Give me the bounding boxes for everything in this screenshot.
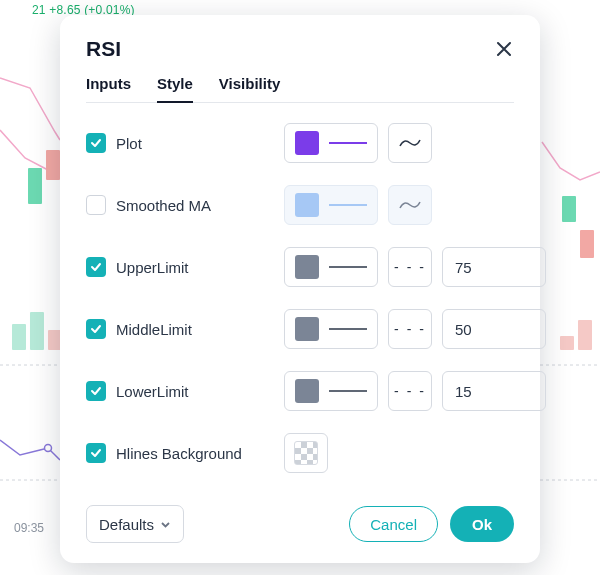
ok-button[interactable]: Ok <box>450 506 514 542</box>
plot-label: Plot <box>116 135 142 152</box>
middle-color-swatch <box>295 317 319 341</box>
plot-line-style-picker[interactable] <box>388 123 432 163</box>
smoothed-ma-checkbox[interactable] <box>86 195 106 215</box>
middle-limit-checkbox[interactable] <box>86 319 106 339</box>
smoothed-color-swatch <box>295 193 319 217</box>
smoothed-color-line-picker[interactable] <box>284 185 378 225</box>
middle-color-line-picker[interactable] <box>284 309 378 349</box>
transparency-checker-icon <box>294 441 318 465</box>
smoothed-line-preview <box>329 200 367 210</box>
plot-color-swatch <box>295 131 319 155</box>
hlines-background-label: Hlines Background <box>116 445 242 462</box>
hlines-background-color-picker[interactable] <box>284 433 328 473</box>
row-smoothed-ma: Smoothed MA <box>86 181 514 229</box>
tab-style[interactable]: Style <box>157 75 193 102</box>
row-middle-limit: MiddleLimit - - - 50 <box>86 305 514 353</box>
plot-checkbox[interactable] <box>86 133 106 153</box>
row-upper-limit: UpperLimit - - - 75 <box>86 243 514 291</box>
smoothed-line-style-picker[interactable] <box>388 185 432 225</box>
indicator-settings-dialog: RSI Inputs Style Visibility Plot <box>60 15 540 563</box>
upper-value-input[interactable]: 75 <box>442 247 546 287</box>
tabs: Inputs Style Visibility <box>86 75 514 103</box>
close-icon[interactable] <box>494 39 514 59</box>
svg-point-0 <box>45 445 52 452</box>
cancel-button[interactable]: Cancel <box>349 506 438 542</box>
smoothed-ma-label: Smoothed MA <box>116 197 211 214</box>
tab-visibility[interactable]: Visibility <box>219 75 280 102</box>
upper-line-preview <box>329 262 367 272</box>
lower-limit-checkbox[interactable] <box>86 381 106 401</box>
lower-color-swatch <box>295 379 319 403</box>
chevron-down-icon <box>160 519 171 530</box>
middle-dash-picker[interactable]: - - - <box>388 309 432 349</box>
tab-inputs[interactable]: Inputs <box>86 75 131 102</box>
lower-limit-label: LowerLimit <box>116 383 189 400</box>
defaults-label: Defaults <box>99 516 154 533</box>
middle-limit-label: MiddleLimit <box>116 321 192 338</box>
bg-time-axis-label: 09:35 <box>14 521 44 535</box>
defaults-dropdown[interactable]: Defaults <box>86 505 184 543</box>
upper-limit-checkbox[interactable] <box>86 257 106 277</box>
upper-color-swatch <box>295 255 319 279</box>
middle-line-preview <box>329 324 367 334</box>
hlines-background-checkbox[interactable] <box>86 443 106 463</box>
lower-color-line-picker[interactable] <box>284 371 378 411</box>
upper-limit-label: UpperLimit <box>116 259 189 276</box>
row-hlines-background: Hlines Background <box>86 429 514 477</box>
upper-color-line-picker[interactable] <box>284 247 378 287</box>
lower-value-input[interactable]: 15 <box>442 371 546 411</box>
dialog-title: RSI <box>86 37 121 61</box>
plot-color-line-picker[interactable] <box>284 123 378 163</box>
middle-value-input[interactable]: 50 <box>442 309 546 349</box>
upper-dash-picker[interactable]: - - - <box>388 247 432 287</box>
lower-dash-picker[interactable]: - - - <box>388 371 432 411</box>
row-plot: Plot <box>86 119 514 167</box>
row-lower-limit: LowerLimit - - - 15 <box>86 367 514 415</box>
plot-line-preview <box>329 138 367 148</box>
lower-line-preview <box>329 386 367 396</box>
